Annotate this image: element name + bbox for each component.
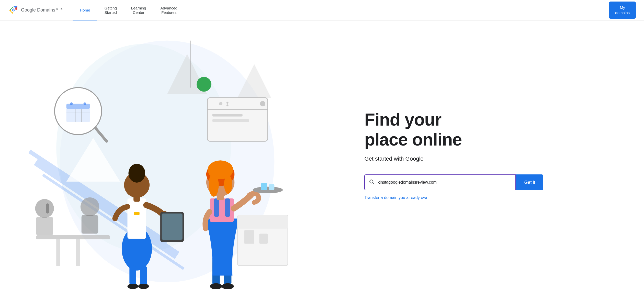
svg-point-58 (224, 175, 232, 194)
get-it-button[interactable]: Get it (516, 174, 543, 190)
svg-line-75 (373, 183, 374, 184)
svg-point-59 (253, 187, 283, 193)
transfer-domain-link[interactable]: Transfer a domain you already own (364, 195, 624, 200)
svg-rect-61 (269, 184, 274, 190)
svg-point-38 (132, 166, 142, 176)
illustration-svg (0, 20, 354, 289)
svg-rect-62 (36, 235, 110, 239)
svg-point-49 (222, 283, 234, 289)
header: Google DomainsBETA Home Getting Started … (0, 0, 644, 20)
logo[interactable]: Google DomainsBETA (8, 5, 62, 15)
svg-rect-63 (56, 239, 60, 266)
google-logo-icon (8, 5, 18, 15)
svg-point-27 (227, 102, 229, 104)
hero-content: Find your place online Get started with … (354, 94, 644, 215)
svg-rect-42 (129, 265, 136, 286)
svg-rect-66 (36, 217, 53, 235)
svg-rect-41 (134, 212, 140, 215)
logo-text: Google DomainsBETA (21, 7, 62, 13)
header-right: My domains (609, 2, 636, 19)
nav-getting-started[interactable]: Getting Started (97, 0, 124, 20)
my-domains-button[interactable]: My domains (609, 2, 636, 19)
svg-rect-67 (46, 203, 49, 213)
domain-search-input[interactable] (378, 180, 511, 185)
svg-point-26 (219, 102, 222, 105)
svg-point-7 (197, 77, 211, 92)
svg-point-25 (260, 101, 265, 106)
search-row: Get it (364, 174, 543, 190)
svg-point-57 (209, 173, 219, 197)
svg-rect-71 (238, 215, 288, 229)
svg-rect-72 (244, 230, 254, 244)
svg-rect-13 (66, 104, 90, 109)
nav-advanced-features[interactable]: Advanced Features (153, 0, 185, 20)
svg-point-48 (210, 283, 222, 289)
svg-rect-52 (225, 198, 230, 217)
svg-rect-69 (82, 215, 98, 234)
svg-point-68 (81, 197, 99, 216)
svg-rect-40 (162, 214, 182, 240)
svg-point-65 (35, 199, 54, 218)
main-nav: Home Getting Started Learning Center Adv… (73, 0, 609, 20)
search-box (364, 174, 516, 190)
svg-rect-51 (214, 198, 219, 217)
main-content: Find your place online Get started with … (0, 20, 644, 289)
hero-illustration (0, 20, 354, 289)
svg-point-28 (227, 104, 229, 106)
search-icon (369, 179, 375, 186)
svg-rect-50 (210, 198, 234, 222)
svg-rect-23 (212, 114, 243, 117)
svg-rect-60 (261, 183, 267, 190)
hero-title: Find your place online (364, 109, 624, 149)
svg-rect-73 (259, 234, 268, 243)
svg-rect-64 (76, 239, 80, 266)
hero-subtitle: Get started with Google (364, 155, 624, 162)
nav-learning-center[interactable]: Learning Center (124, 0, 153, 20)
svg-point-45 (138, 284, 149, 289)
svg-point-15 (84, 102, 86, 105)
svg-point-14 (70, 102, 73, 105)
svg-rect-24 (212, 119, 249, 122)
svg-rect-43 (140, 265, 147, 286)
nav-home[interactable]: Home (73, 0, 97, 20)
svg-point-44 (127, 284, 138, 289)
